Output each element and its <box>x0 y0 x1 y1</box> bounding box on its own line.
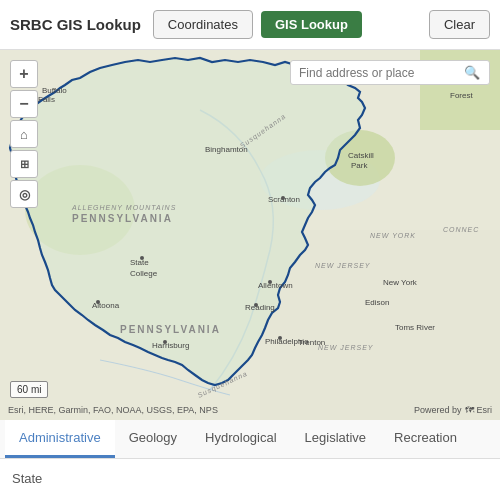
svg-point-6 <box>281 196 285 200</box>
label-allentown: Allentown <box>258 281 293 290</box>
content-area: State <box>0 459 500 497</box>
search-bar[interactable]: 🔍 <box>290 60 490 85</box>
svg-point-10 <box>163 340 167 344</box>
esri-label: Esri <box>477 405 493 415</box>
attribution-powered: Powered by <box>414 405 462 415</box>
svg-point-9 <box>278 336 282 340</box>
svg-point-8 <box>254 303 258 307</box>
label-edison: Edison <box>365 298 389 307</box>
scale-label: 60 mi <box>17 384 41 395</box>
zoom-out-button[interactable]: − <box>10 90 38 118</box>
locate-button[interactable]: ◎ <box>10 180 38 208</box>
label-state-college-1: State <box>130 258 149 267</box>
search-input[interactable] <box>299 66 464 80</box>
coordinates-button[interactable]: Coordinates <box>153 10 253 39</box>
label-pennsylvania-1: PENNSYLVANIA <box>72 213 173 224</box>
tabs-container: Administrative Geology Hydrological Legi… <box>0 420 500 459</box>
label-allegheny: ALLEGHENY MOUNTAINS <box>71 204 176 211</box>
attribution-right: Powered by 🗺 Esri <box>414 405 492 415</box>
label-toms-river: Toms River <box>395 323 435 332</box>
attribution: Esri, HERE, Garmin, FAO, NOAA, USGS, EPA… <box>0 405 500 415</box>
map-svg: Falls Buffalo Binghamton ALLEGHENY MOUNT… <box>0 50 500 420</box>
label-pennsylvania-2: PENNSYLVANIA <box>120 324 221 335</box>
label-state-college-2: College <box>130 269 158 278</box>
label-harrisburg: Harrisburg <box>152 341 189 350</box>
label-falls: Falls <box>38 95 55 104</box>
label-new-york: New York <box>383 278 418 287</box>
gis-lookup-button[interactable]: GIS Lookup <box>261 11 362 38</box>
search-icon: 🔍 <box>464 65 480 80</box>
tab-recreation[interactable]: Recreation <box>380 420 471 458</box>
scale-bar: 60 mi <box>10 381 48 398</box>
label-connec: CONNEC <box>443 226 479 233</box>
content-field-label: State <box>12 471 42 486</box>
app-title: SRBC GIS Lookup <box>10 16 141 33</box>
tab-administrative[interactable]: Administrative <box>5 420 115 458</box>
map-container[interactable]: Falls Buffalo Binghamton ALLEGHENY MOUNT… <box>0 50 500 420</box>
attribution-left: Esri, HERE, Garmin, FAO, NOAA, USGS, EPA… <box>8 405 218 415</box>
zoom-in-button[interactable]: + <box>10 60 38 88</box>
label-nj-1: NEW JERSEY <box>315 262 371 269</box>
tab-geology[interactable]: Geology <box>115 420 191 458</box>
label-reading: Reading <box>245 303 275 312</box>
tab-hydrological[interactable]: Hydrological <box>191 420 291 458</box>
clear-button[interactable]: Clear <box>429 10 490 39</box>
esri-logo-icon: 🗺 <box>465 405 474 415</box>
home-button[interactable]: ⌂ <box>10 120 38 148</box>
label-park: Park <box>351 161 368 170</box>
label-catskill: Catskill <box>348 151 374 160</box>
label-forest: Forest <box>450 91 473 100</box>
label-ny: NEW YORK <box>370 232 416 239</box>
svg-point-11 <box>96 300 100 304</box>
label-buffalo: Buffalo <box>42 86 67 95</box>
label-nj-2: NEW JERSEY <box>318 344 374 351</box>
tab-legislative[interactable]: Legislative <box>291 420 380 458</box>
svg-point-12 <box>140 256 144 260</box>
header: SRBC GIS Lookup Coordinates GIS Lookup C… <box>0 0 500 50</box>
svg-point-7 <box>268 280 272 284</box>
layers-button[interactable]: ⊞ <box>10 150 38 178</box>
map-controls: + − ⌂ ⊞ ◎ <box>10 60 38 208</box>
